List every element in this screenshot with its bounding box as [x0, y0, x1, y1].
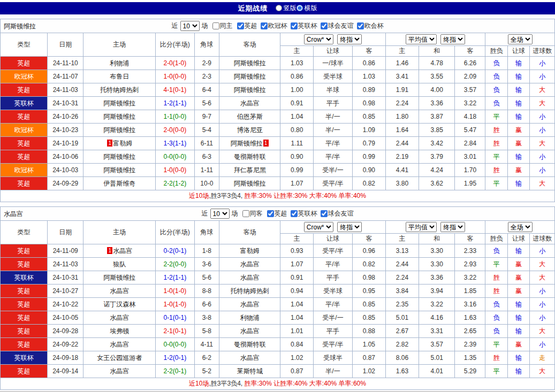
- away-team-name[interactable]: 阿斯顿维拉: [219, 57, 280, 70]
- home-team-name[interactable]: 利物浦: [83, 57, 156, 70]
- euro-stage-select[interactable]: 终指: [440, 222, 465, 232]
- away-team-name[interactable]: 伯恩茅斯: [219, 110, 280, 124]
- result-win-loss: 平: [485, 150, 507, 164]
- home-team-name[interactable]: 布鲁日: [83, 70, 156, 83]
- home-team-name[interactable]: 1富勒姆: [83, 137, 156, 150]
- summary-segment: ,胜3平3负4,: [209, 380, 244, 387]
- col-header-away: 客场: [219, 221, 280, 244]
- average-select[interactable]: 平均值: [406, 34, 437, 44]
- home-team-name[interactable]: 埃弗顿: [83, 325, 156, 338]
- home-team-name[interactable]: 阿斯顿维拉: [83, 110, 156, 124]
- result-handicap: 输: [507, 150, 529, 164]
- away-team-name[interactable]: 莱斯特城: [219, 365, 280, 378]
- home-team-name[interactable]: 阿斯顿维拉: [83, 124, 156, 137]
- league-filter-option[interactable]: 球会友谊: [317, 21, 354, 30]
- match-row: 英超24-09-14水晶宫2-2(0-1)5-2莱斯特城0.87半/一1.021…: [1, 365, 555, 378]
- home-team-name[interactable]: 水晶宫: [83, 365, 156, 378]
- home-team-name[interactable]: 阿斯顿维拉: [83, 271, 156, 285]
- layout-radio-vertical[interactable]: [276, 5, 282, 11]
- away-team-name[interactable]: 水晶宫: [219, 325, 280, 338]
- league-filter-checkbox[interactable]: [291, 22, 298, 29]
- league-filter-option[interactable]: 欧冠杯: [257, 21, 287, 30]
- home-team-name[interactable]: 阿斯顿维拉: [83, 164, 156, 177]
- result-handicap: 赢: [507, 338, 529, 351]
- away-team-name[interactable]: 水晶宫: [219, 271, 280, 285]
- home-team-name[interactable]: 1水晶宫: [83, 244, 156, 258]
- col-euro-draw: 和: [419, 46, 455, 57]
- recent-count-select[interactable]: 10: [210, 209, 230, 219]
- away-team-name[interactable]: 水晶宫: [219, 258, 280, 271]
- match-scope-select[interactable]: 全场: [508, 34, 533, 44]
- away-team-name[interactable]: 阿斯顿维拉: [219, 83, 280, 97]
- away-team-name[interactable]: 利物浦: [219, 311, 280, 325]
- asian-stage-select[interactable]: 终指: [337, 34, 362, 44]
- same-venue-filter[interactable]: 同客: [239, 209, 263, 218]
- home-team-name[interactable]: 阿斯顿维拉: [83, 97, 156, 110]
- same-venue-checkbox[interactable]: [212, 22, 219, 29]
- euro-stage-select[interactable]: 终指: [440, 34, 465, 44]
- away-team-name[interactable]: 曼彻斯特联: [219, 150, 280, 164]
- away-team-name[interactable]: 阿斯顿维拉: [219, 70, 280, 83]
- league-type-badge: 英超: [1, 258, 48, 271]
- col-header-home: 主场: [83, 221, 156, 244]
- away-team-name[interactable]: 博洛尼亚: [219, 124, 280, 137]
- col-euro-away: 客: [455, 46, 485, 57]
- home-team-name[interactable]: 伊普斯维奇: [83, 177, 156, 190]
- home-team-name[interactable]: 水晶宫: [83, 311, 156, 325]
- top-title-bar: 近期战绩 竖版横版: [0, 2, 555, 14]
- average-select[interactable]: 平均值: [406, 222, 437, 232]
- euro-odds-away: 2.33: [455, 244, 485, 258]
- league-filter-option[interactable]: 欧会杯: [354, 21, 384, 30]
- league-filter-checkbox[interactable]: [267, 210, 274, 217]
- match-score: 1-2(0-1): [156, 351, 195, 365]
- match-date: 24-09-22: [48, 338, 83, 351]
- same-venue-filter[interactable]: 同主: [209, 21, 233, 30]
- corner-score: 6-2: [194, 351, 219, 365]
- league-filter-option[interactable]: 英联杯: [287, 209, 317, 218]
- away-team-name[interactable]: 拜仁慕尼黑: [219, 164, 280, 177]
- match-row: 英超24-09-22水晶宫0-0(0-0)4-11曼彻斯特联0.84受平/半1.…: [1, 338, 555, 351]
- away-team-name[interactable]: 水晶宫: [219, 298, 280, 311]
- col-header-corner: 角球: [194, 33, 219, 57]
- away-team-name[interactable]: 水晶宫: [219, 97, 280, 110]
- league-filter-option[interactable]: 球会友谊: [317, 209, 354, 218]
- home-team-name[interactable]: 水晶宫: [83, 285, 156, 298]
- away-team-name[interactable]: 托特纳姆热刺: [219, 285, 280, 298]
- away-team-name[interactable]: 阿斯顿维拉: [219, 177, 280, 190]
- asian-stage-select[interactable]: 终指: [337, 222, 362, 232]
- layout-radio-vertical-label[interactable]: 竖版: [276, 4, 296, 13]
- home-team-name[interactable]: 女王公园巡游者: [83, 351, 156, 365]
- match-score: 1-0(1-0): [156, 298, 195, 311]
- asian-odds-line: 半球: [314, 83, 353, 97]
- layout-radio-label: 竖版: [284, 4, 296, 13]
- league-filter-option[interactable]: 英超: [264, 209, 287, 218]
- away-team-name[interactable]: 阿斯顿维拉1: [219, 137, 280, 150]
- home-team-name[interactable]: 托特纳姆热刺: [83, 83, 156, 97]
- away-team-name[interactable]: 水晶宫: [219, 351, 280, 365]
- match-date: 24-11-09: [48, 244, 83, 258]
- home-team-name[interactable]: 阿斯顿维拉: [83, 150, 156, 164]
- match-scope-select[interactable]: 全场: [508, 222, 533, 232]
- home-team-name[interactable]: 水晶宫: [83, 338, 156, 351]
- league-filter-checkbox[interactable]: [321, 210, 328, 217]
- layout-radio-horizontal-label[interactable]: 横版: [296, 4, 317, 13]
- asian-odds-line: 受平/半: [314, 338, 353, 351]
- league-filter-checkbox[interactable]: [261, 22, 268, 29]
- home-team-name[interactable]: 狼队: [83, 258, 156, 271]
- match-score: 1-0(1-0): [156, 285, 195, 298]
- league-filter-checkbox[interactable]: [237, 22, 244, 29]
- league-filter-checkbox[interactable]: [357, 22, 364, 29]
- league-filter-option[interactable]: 英超: [234, 21, 257, 30]
- league-type-badge: 欧冠杯: [1, 70, 48, 83]
- league-filter-option[interactable]: 英联杯: [287, 21, 317, 30]
- same-venue-checkbox[interactable]: [242, 210, 249, 217]
- home-team-name[interactable]: 诺丁汉森林: [83, 298, 156, 311]
- away-team-name[interactable]: 曼彻斯特联: [219, 338, 280, 351]
- layout-radio-horizontal[interactable]: [296, 5, 303, 11]
- recent-count-select[interactable]: 10: [180, 21, 200, 31]
- bookmaker-select[interactable]: Crow*: [304, 222, 333, 232]
- league-filter-checkbox[interactable]: [321, 22, 328, 29]
- league-filter-checkbox[interactable]: [291, 210, 298, 217]
- bookmaker-select[interactable]: Crow*: [304, 34, 333, 44]
- away-team-name[interactable]: 富勒姆: [219, 244, 280, 258]
